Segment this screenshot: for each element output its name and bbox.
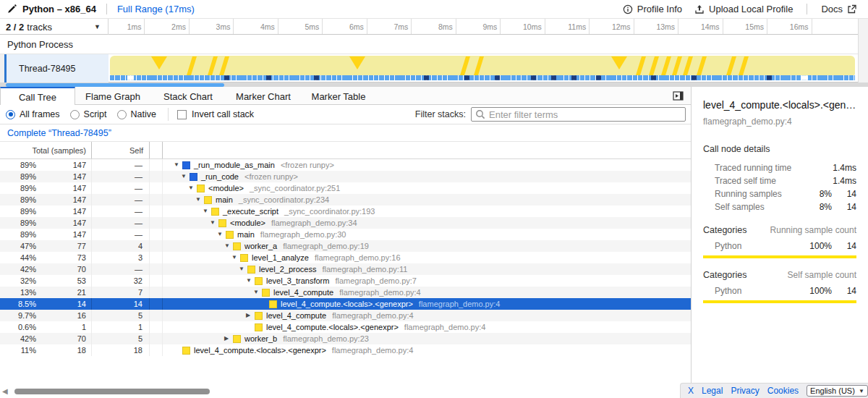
- timeline-scrollbar-thumb[interactable]: [6, 83, 224, 87]
- language-select[interactable]: English (US) ▼: [807, 385, 868, 397]
- tab-flame-graph[interactable]: Flame Graph: [75, 87, 150, 105]
- total-percent: 0.6%: [0, 321, 36, 333]
- tree-cell: ▼level_2_processflamegraph_demo.py:11: [163, 263, 691, 275]
- full-range-link[interactable]: Full Range (17ms): [117, 4, 195, 14]
- radio-script[interactable]: Script: [70, 109, 107, 119]
- expand-triangle-icon[interactable]: ▼: [231, 252, 240, 263]
- process-track-header[interactable]: Python Process: [0, 35, 868, 54]
- total-percent: 8.5%: [0, 298, 36, 310]
- icon-cell: [150, 275, 163, 287]
- expand-triangle-icon[interactable]: ▼: [217, 229, 226, 240]
- time-tick-label: 11ms: [544, 22, 586, 31]
- total-count: 73: [36, 252, 91, 263]
- function-name: level_4_compute: [266, 310, 326, 321]
- footer-link-privacy[interactable]: Privacy: [731, 386, 759, 396]
- call-tree-row[interactable]: 11%1818level_4_compute.<locals>.<genexpr…: [0, 344, 691, 356]
- call-tree-row[interactable]: 89%147—▼_run_code<frozen runpy>: [0, 171, 691, 182]
- call-tree-row[interactable]: 89%147—▼mainflamegraph_demo.py:30: [0, 229, 691, 240]
- expand-triangle-icon[interactable]: ▼: [246, 275, 255, 287]
- total-cell: 89%147: [0, 171, 92, 182]
- file-location: flamegraph_demo.py:19: [283, 240, 369, 252]
- collapse-triangle-icon[interactable]: ▶: [224, 333, 233, 344]
- expand-triangle-icon[interactable]: ▼: [195, 194, 204, 206]
- category-color-square: [262, 289, 270, 297]
- call-tree-row[interactable]: 42%70—▼level_2_processflamegraph_demo.py…: [0, 263, 691, 275]
- total-cell: 89%147: [0, 182, 92, 194]
- call-tree-row[interactable]: 47%774▼worker_aflamegraph_demo.py:19: [0, 240, 691, 252]
- call-tree-row[interactable]: 89%147—▼_run_module_as_main<frozen runpy…: [0, 159, 691, 171]
- search-icon: [475, 109, 485, 119]
- footer-link-cookies[interactable]: Cookies: [767, 386, 799, 396]
- tab-marker-table[interactable]: Marker Table: [301, 87, 376, 105]
- expand-triangle-icon[interactable]: ▼: [253, 287, 262, 298]
- footer-link-legal[interactable]: Legal: [702, 386, 723, 396]
- radio-all-frames[interactable]: All frames: [6, 109, 60, 119]
- self-cell: —: [92, 206, 150, 217]
- tracks-count: 2 / 2: [6, 22, 24, 33]
- category-color-square: [247, 266, 255, 274]
- call-tree-row[interactable]: 89%147—▼_execute_script_sync_coordinator…: [0, 206, 691, 217]
- total-cell: 47%77: [0, 240, 92, 252]
- docs-button[interactable]: Docs: [818, 2, 859, 16]
- column-header-self[interactable]: Self: [92, 142, 150, 158]
- tracks-dropdown[interactable]: 2 / 2 tracks ▼: [0, 19, 109, 35]
- call-tree-row[interactable]: 9.7%165▶level_4_computeflamegraph_demo.p…: [0, 310, 691, 321]
- categories-heading-row: CategoriesSelf sample count: [703, 270, 856, 280]
- self-cell: 7: [92, 287, 150, 298]
- upload-profile-label: Upload Local Profile: [709, 4, 793, 14]
- icon-cell: [150, 159, 163, 171]
- footer-link-x[interactable]: X: [688, 386, 694, 396]
- expand-triangle-icon[interactable]: ▼: [188, 182, 197, 194]
- thread-track-label[interactable]: Thread-78495: [4, 54, 109, 82]
- upload-profile-button[interactable]: Upload Local Profile: [692, 2, 796, 16]
- radio-native[interactable]: Native: [117, 109, 156, 119]
- category-color-square: [218, 219, 226, 227]
- scroll-left-arrow-icon[interactable]: ◀: [2, 387, 8, 395]
- call-tree-row[interactable]: 89%147—▼<module>_sync_coordinator.py:251: [0, 182, 691, 194]
- profile-name: Python – x86_64: [22, 4, 96, 14]
- profile-info-button[interactable]: Profile Info: [620, 2, 685, 16]
- call-tree-row[interactable]: 32%5332▼level_3_transformflamegraph_demo…: [0, 275, 691, 287]
- expand-triangle-icon[interactable]: ▼: [181, 171, 190, 182]
- invert-call-stack-checkbox[interactable]: [177, 110, 187, 119]
- category-rows: Python100%14: [703, 240, 856, 258]
- tab-marker-chart[interactable]: Marker Chart: [226, 87, 301, 105]
- call-tree-row[interactable]: 0.6%11level_4_compute.<locals>.<genexpr>…: [0, 321, 691, 333]
- horizontal-scrollbar-thumb[interactable]: [14, 389, 210, 394]
- file-location: flamegraph_demo.py:23: [283, 333, 369, 344]
- expand-triangle-icon[interactable]: ▼: [203, 206, 211, 217]
- call-tree-row[interactable]: 89%147—▼<module>flamegraph_demo.py:34: [0, 217, 691, 229]
- thread-activity-graph[interactable]: [109, 54, 858, 82]
- category-color-square: [204, 196, 212, 204]
- breadcrumb-complete-range[interactable]: Complete “Thread-78495”: [0, 128, 111, 138]
- expand-triangle-icon[interactable]: ▼: [239, 263, 247, 275]
- pencil-icon[interactable]: [7, 4, 17, 14]
- thread-track[interactable]: Thread-78495: [0, 54, 868, 82]
- total-count: 1: [36, 321, 91, 333]
- collapse-triangle-icon[interactable]: ▶: [246, 310, 255, 321]
- total-count: 53: [36, 275, 91, 287]
- category-label: Python: [703, 286, 797, 296]
- call-tree-row[interactable]: 89%147—▼main_sync_coordinator.py:234: [0, 194, 691, 206]
- call-tree-row[interactable]: 13%217▼level_4_computeflamegraph_demo.py…: [0, 287, 691, 298]
- filter-stacks-input[interactable]: [471, 107, 686, 122]
- call-tree-rows: 89%147—▼_run_module_as_main<frozen runpy…: [0, 159, 691, 356]
- expand-triangle-icon[interactable]: ▼: [224, 240, 233, 252]
- call-tree-row[interactable]: 42%705▶worker_bflamegraph_demo.py:23: [0, 333, 691, 344]
- sample-count-heading: Running sample count: [770, 225, 856, 235]
- time-tick-label: 4ms: [233, 22, 275, 31]
- expand-triangle-icon[interactable]: ▼: [210, 217, 218, 229]
- selected-node-title: level_4_compute.<locals>.<genexpr>: [703, 99, 856, 111]
- sidebar-toggle-icon[interactable]: [673, 90, 684, 101]
- tab-call-tree[interactable]: Call Tree: [0, 87, 75, 106]
- radio-label: Native: [131, 109, 156, 119]
- divider: [168, 108, 169, 121]
- column-header-total[interactable]: Total (samples): [0, 142, 92, 158]
- expand-triangle-icon[interactable]: ▼: [174, 159, 182, 171]
- call-tree-row[interactable]: 8.5%1414level_4_compute.<locals>.<genexp…: [0, 298, 691, 310]
- call-tree-row[interactable]: 44%733▼level_1_analyzeflamegraph_demo.py…: [0, 252, 691, 263]
- tab-stack-chart[interactable]: Stack Chart: [150, 87, 226, 105]
- icon-cell: [150, 217, 163, 229]
- filter-row: All framesScriptNative Invert call stack…: [0, 105, 691, 124]
- file-location: flamegraph_demo.py:30: [260, 229, 346, 240]
